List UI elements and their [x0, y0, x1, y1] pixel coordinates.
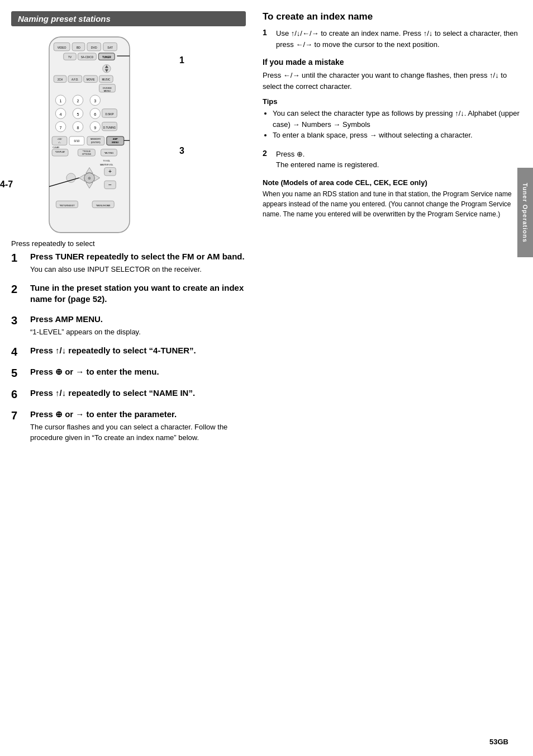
- svg-text:*MENU/HOME: *MENU/HOME: [96, 204, 111, 207]
- svg-text:5: 5: [77, 112, 79, 117]
- svg-text:VIDEO: VIDEO: [58, 46, 66, 49]
- step-2-num: 2: [11, 282, 27, 296]
- step-3-content: Press AMP MENU. “1-LEVEL” appears on the…: [30, 314, 246, 337]
- svg-text:MENU: MENU: [104, 89, 111, 92]
- step-2-content: Tune in the preset station you want to c…: [30, 282, 246, 306]
- svg-text:*DISPLAY: *DISPLAY: [55, 150, 65, 153]
- step-4: 4 Press ↑/↓ repeatedly to select “4-TUNE…: [11, 345, 246, 358]
- svg-text:D.SKIP: D.SKIP: [105, 113, 113, 116]
- step-2: 2 Tune in the preset station you want to…: [11, 282, 246, 306]
- step-7-num: 7: [11, 409, 27, 422]
- right-step-1-body: Use ↑/↓/←/→ to create an index name. Pre…: [276, 28, 522, 50]
- svg-text:7: 7: [60, 125, 62, 130]
- step-7-content: Press ⊕ or → to enter the parameter. The…: [30, 409, 246, 443]
- note-heading: Note (Models of area code CEL, CEK, ECE …: [263, 178, 522, 187]
- step-3-body: “1-LEVEL” appears on the display.: [30, 327, 246, 338]
- right-step-1: 1 Use ↑/↓/←/→ to create an index name. P…: [263, 28, 522, 50]
- left-column: Naming preset stations 1 3 4-7 VIDEO BD: [11, 11, 257, 745]
- svg-text:AMP: AMP: [113, 138, 118, 140]
- step-7: 7 Press ⊕ or → to enter the parameter. T…: [11, 409, 246, 443]
- step-4-title: Press ↑/↓ repeatedly to select “4-TUNER”…: [30, 345, 246, 356]
- svg-text:+: +: [108, 168, 112, 174]
- step-3-num: 3: [11, 314, 27, 327]
- svg-text:0/10: 0/10: [74, 139, 79, 143]
- diagram-label-1: 1: [179, 55, 184, 65]
- svg-text:MASTER VOL: MASTER VOL: [100, 164, 113, 166]
- svg-text:OPTIONS: OPTIONS: [82, 153, 92, 155]
- step-6: 6 Press ↑/↓ repeatedly to select “NAME I…: [11, 388, 246, 401]
- svg-text:>10/: >10/: [57, 138, 62, 140]
- right-section-heading: To create an index name: [263, 11, 522, 22]
- svg-text:−: −: [108, 182, 112, 188]
- svg-text:A.F.D.: A.F.D.: [72, 78, 79, 81]
- steps-list: 1 Press TUNER repeatedly to select the F…: [11, 251, 246, 443]
- svg-text:MOVIE: MOVIE: [87, 78, 95, 81]
- svg-text:2: 2: [77, 98, 79, 103]
- svg-text:*TOOLS/: *TOOLS/: [83, 150, 91, 153]
- svg-text:3: 3: [94, 98, 96, 103]
- step-5-content: Press ⊕ or → to enter the menu.: [30, 366, 246, 379]
- step-7-title: Press ⊕ or → to enter the parameter.: [30, 409, 246, 420]
- note-body: When you name an RDS station and tune in…: [263, 189, 522, 219]
- svg-text:*RETURN/EXIT: *RETURN/EXIT: [59, 204, 75, 207]
- mistake-body: Press ←/→ until the character you want t…: [263, 70, 522, 92]
- svg-text:*MUTING: *MUTING: [104, 152, 114, 154]
- svg-text:SA-CD/CD: SA-CD/CD: [81, 56, 94, 59]
- step-1-title: Press TUNER repeatedly to select the FM …: [30, 251, 246, 262]
- step-6-num: 6: [11, 388, 27, 401]
- section-title: Naming preset stations: [11, 11, 246, 26]
- tips-heading: Tips: [263, 97, 522, 106]
- svg-text:CLEAR: CLEAR: [53, 147, 59, 149]
- svg-text:(ENTER): (ENTER): [91, 141, 101, 144]
- svg-text:DVD: DVD: [91, 46, 97, 49]
- right-column: To create an index name 1 Use ↑/↓/←/→ to…: [257, 11, 522, 745]
- step-4-content: Press ↑/↓ repeatedly to select “4-TUNER”…: [30, 345, 246, 358]
- step-1: 1 Press TUNER repeatedly to select the F…: [11, 251, 246, 275]
- step-3-title: Press AMP MENU.: [30, 314, 246, 325]
- svg-text:TV VOL: TV VOL: [103, 160, 110, 162]
- svg-text:SAT: SAT: [107, 46, 113, 49]
- svg-text:TV: TV: [68, 56, 72, 59]
- svg-text:D.TUNING: D.TUNING: [103, 126, 116, 129]
- tip-1: You can select the character type as fol…: [273, 108, 522, 130]
- right-step-1-num: 1: [263, 28, 273, 37]
- mistake-heading: If you made a mistake: [263, 58, 522, 67]
- remote-svg: VIDEO BD DVD SAT TV SA-CD/CD: [28, 34, 151, 235]
- tip-2: To enter a blank space, press → without …: [273, 130, 522, 141]
- tuner-operations-tab: Tuner Operations: [517, 168, 533, 257]
- step-2-title: Tune in the preset station you want to c…: [30, 282, 246, 304]
- svg-text:⊕: ⊕: [88, 176, 91, 181]
- svg-text:4: 4: [60, 112, 62, 117]
- step-1-content: Press TUNER repeatedly to select the FM …: [30, 251, 246, 275]
- step-7-body: The cursor flashes and you can select a …: [30, 422, 246, 443]
- diagram-label-3: 3: [179, 146, 184, 156]
- svg-text:8: 8: [77, 125, 79, 130]
- svg-text:1: 1: [60, 98, 62, 103]
- svg-text:MUSIC: MUSIC: [102, 78, 111, 81]
- remote-diagram: 1 3 4-7 VIDEO BD DVD: [28, 34, 151, 237]
- press-repeatedly-label: Press repeatedly to select: [11, 239, 246, 248]
- page-number: 53GB: [489, 738, 508, 746]
- step-1-num: 1: [11, 251, 27, 264]
- step-6-title: Press ↑/↓ repeatedly to select “NAME IN”…: [30, 388, 246, 399]
- svg-text:-/--: -/--: [58, 141, 61, 144]
- diagram-label-47: 4-7: [0, 179, 13, 190]
- step-4-num: 4: [11, 345, 27, 358]
- svg-text:BD: BD: [77, 46, 80, 49]
- step-5-num: 5: [11, 366, 27, 380]
- step-5-title: Press ⊕ or → to enter the menu.: [30, 366, 246, 377]
- step-6-content: Press ↑/↓ repeatedly to select “NAME IN”…: [30, 388, 246, 400]
- right-step-2-body: Press ⊕. The entered name is registered.: [276, 149, 379, 171]
- step-3: 3 Press AMP MENU. “1-LEVEL” appears on t…: [11, 314, 246, 337]
- step-1-body: You can also use INPUT SELECTOR on the r…: [30, 264, 246, 275]
- svg-text:MENU: MENU: [112, 141, 118, 144]
- svg-text:MEMORY: MEMORY: [91, 138, 101, 140]
- svg-text:2CH: 2CH: [58, 78, 63, 81]
- step-5: 5 Press ⊕ or → to enter the menu.: [11, 366, 246, 380]
- tips-list: You can select the character type as fol…: [263, 108, 522, 141]
- svg-text:6: 6: [94, 112, 96, 117]
- right-step-2-num: 2: [263, 149, 273, 158]
- right-step-2: 2 Press ⊕. The entered name is registere…: [263, 149, 522, 171]
- svg-text:TUNER: TUNER: [102, 56, 112, 59]
- svg-text:9: 9: [94, 125, 96, 130]
